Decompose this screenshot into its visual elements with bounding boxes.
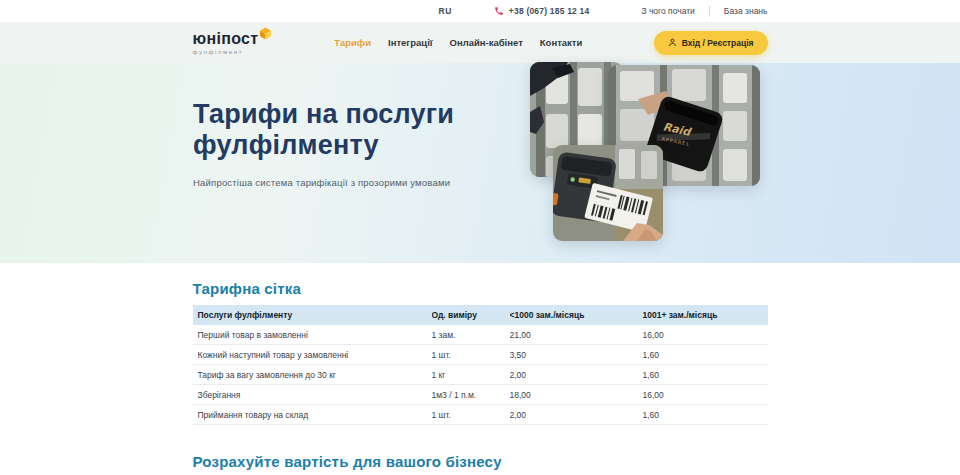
- column-header: <1000 зам./місяць: [510, 310, 643, 320]
- price-under-1000: 21,00: [510, 330, 643, 340]
- calculator-heading: Розрахуйте вартість для вашого бізнесу: [193, 453, 768, 470]
- nav-item-tariffs[interactable]: Тарифи: [334, 37, 371, 48]
- phone-contact[interactable]: +38 (067) 185 12 14: [494, 6, 590, 16]
- price-over-1000: 1,60: [643, 350, 768, 360]
- topbar: RU +38 (067) 185 12 14 З чого почати Баз…: [0, 0, 960, 22]
- language-switcher[interactable]: RU: [439, 6, 452, 16]
- label-printer-photo: [553, 145, 663, 241]
- hero-photo-collage: Raid APPAREL: [0, 63, 960, 263]
- column-header: Послуги фулфілменту: [193, 310, 432, 320]
- table-row: Кожний наступний товар у замовленні 1 шт…: [193, 345, 768, 365]
- logo[interactable]: юніпост фулфілмент: [193, 31, 273, 55]
- navbar: юніпост фулфілмент Тарифи Інтеграції Онл…: [0, 22, 960, 63]
- price-under-1000: 3,50: [510, 350, 643, 360]
- phone-icon: [494, 6, 504, 16]
- table-row: Тариф за вагу замовлення до 30 кг 1 кг 2…: [193, 365, 768, 385]
- service-name: Тариф за вагу замовлення до 30 кг: [193, 370, 432, 380]
- price-under-1000: 2,00: [510, 370, 643, 380]
- table-row: Перший товар в замовленні 1 зам. 21,00 1…: [193, 325, 768, 345]
- price-under-1000: 2,00: [510, 410, 643, 420]
- hero-section: Тарифи на послуги фулфілменту Найпростіш…: [0, 63, 960, 263]
- pricing-table-header: Послуги фулфілменту Од. виміру <1000 зам…: [193, 305, 768, 325]
- pricing-section: Тарифна сітка Послуги фулфілменту Од. ви…: [0, 263, 960, 470]
- pricing-heading: Тарифна сітка: [193, 280, 768, 297]
- unit: 1 кг: [432, 370, 510, 380]
- login-register-button[interactable]: Вхід / Реєстрація: [654, 31, 768, 55]
- nav-item-integrations[interactable]: Інтеграції: [388, 37, 433, 48]
- login-register-label: Вхід / Реєстрація: [682, 38, 754, 48]
- price-over-1000: 1,60: [643, 410, 768, 420]
- logo-title: юніпост: [193, 31, 259, 47]
- service-name: Кожний наступний товар у замовленні: [193, 350, 432, 360]
- service-name: Зберігання: [193, 390, 432, 400]
- unit: 1м3 / 1 п.м.: [432, 390, 510, 400]
- price-over-1000: 16,00: [643, 390, 768, 400]
- cube-icon: [259, 27, 272, 40]
- topbar-link-knowledge-base[interactable]: База знань: [724, 6, 768, 16]
- unit: 1 шт.: [432, 350, 510, 360]
- price-over-1000: 16,00: [643, 330, 768, 340]
- column-header: 1001+ зам./місяць: [643, 310, 768, 320]
- service-name: Приймання товару на склад: [193, 410, 432, 420]
- topbar-link-get-started[interactable]: З чого почати: [641, 6, 694, 16]
- price-under-1000: 18,00: [510, 390, 643, 400]
- unit: 1 шт.: [432, 410, 510, 420]
- price-over-1000: 1,60: [643, 370, 768, 380]
- user-icon: [668, 38, 677, 47]
- unit: 1 зам.: [432, 330, 510, 340]
- column-header: Од. виміру: [432, 310, 510, 320]
- table-row: Зберігання 1м3 / 1 п.м. 18,00 16,00: [193, 385, 768, 405]
- pricing-table: Послуги фулфілменту Од. виміру <1000 зам…: [193, 305, 768, 425]
- topbar-divider: [709, 6, 710, 17]
- logo-subtitle: фулфілмент: [193, 49, 273, 55]
- table-row: Приймання товару на склад 1 шт. 2,00 1,6…: [193, 405, 768, 425]
- nav-item-contacts[interactable]: Контакти: [540, 37, 583, 48]
- service-name: Перший товар в замовленні: [193, 330, 432, 340]
- phone-number[interactable]: +38 (067) 185 12 14: [509, 6, 590, 16]
- nav-item-online-cabinet[interactable]: Онлайн-кабінет: [450, 37, 523, 48]
- main-nav: Тарифи Інтеграції Онлайн-кабінет Контакт…: [334, 37, 582, 48]
